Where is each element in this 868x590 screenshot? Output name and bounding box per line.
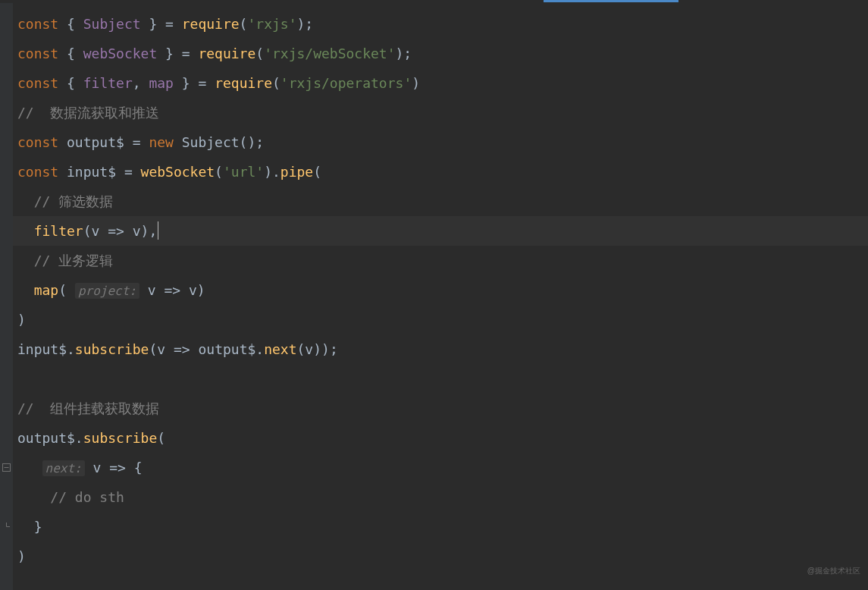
code-line[interactable]: output$.subscribe( bbox=[17, 423, 868, 453]
code-line[interactable]: map( project: v => v) bbox=[17, 275, 868, 305]
code-token-ident: v bbox=[139, 282, 156, 298]
code-token-ident: v bbox=[305, 341, 313, 357]
code-token-ident bbox=[85, 460, 93, 475]
code-token-punct: } = bbox=[141, 16, 182, 32]
code-token-punct: { bbox=[58, 16, 83, 32]
code-token-fn: filter bbox=[34, 223, 83, 239]
code-token-kw: new bbox=[149, 134, 174, 150]
code-line[interactable]: const input$ = webSocket('url').pipe( bbox=[17, 157, 868, 187]
code-token-punct: ) bbox=[197, 282, 205, 298]
code-token-punct: => bbox=[99, 223, 132, 239]
code-token-ident: Subject(); bbox=[174, 134, 264, 150]
code-token-kw: const bbox=[17, 164, 58, 180]
code-token-punct: => bbox=[165, 341, 198, 357]
code-token-str: 'rxjs/webSocket' bbox=[264, 46, 395, 61]
code-line[interactable]: const { filter, map } = require('rxjs/op… bbox=[17, 68, 868, 98]
code-area[interactable]: const { Subject } = require('rxjs');cons… bbox=[13, 3, 868, 590]
code-token-punct: ( bbox=[240, 16, 248, 32]
code-token-ident: output$. bbox=[17, 430, 83, 446]
code-token-punct: ( bbox=[83, 223, 92, 239]
code-token-ident: v bbox=[93, 460, 102, 475]
code-token-punct: } = bbox=[174, 75, 215, 91]
fold-collapse-icon[interactable] bbox=[2, 463, 11, 472]
code-token-fn: require bbox=[215, 75, 272, 91]
code-token-ident: input$ = bbox=[58, 164, 140, 180]
code-line[interactable]: ) bbox=[17, 305, 868, 334]
code-line[interactable]: next: v => { bbox=[17, 453, 868, 482]
code-line[interactable]: filter(v => v), bbox=[13, 216, 868, 246]
code-token-punct: ( bbox=[149, 341, 157, 357]
code-token-def: webSocket bbox=[83, 46, 158, 61]
code-token-ident bbox=[17, 282, 34, 298]
code-token-comment: // 数据流获取和推送 bbox=[17, 105, 159, 121]
code-token-punct: ( bbox=[313, 164, 321, 180]
code-token-fn: webSocket bbox=[141, 164, 215, 180]
gutter[interactable] bbox=[0, 3, 13, 590]
code-token-comment: // do sth bbox=[17, 489, 124, 505]
code-editor[interactable]: const { Subject } = require('rxjs');cons… bbox=[0, 3, 868, 590]
code-token-ident: output$ = bbox=[58, 134, 149, 150]
code-token-punct: { bbox=[58, 75, 83, 91]
code-token-fn: next bbox=[264, 341, 296, 357]
code-token-str: 'rxjs/operators' bbox=[280, 75, 412, 91]
code-token-punct: ). bbox=[264, 164, 280, 180]
code-token-def: Subject bbox=[83, 16, 141, 32]
code-token-kw: const bbox=[17, 75, 58, 91]
code-token-comment: // 组件挂载获取数据 bbox=[17, 400, 159, 416]
code-token-punct: ) bbox=[17, 312, 26, 328]
code-token-punct: => bbox=[156, 282, 189, 298]
code-token-fn: subscribe bbox=[75, 341, 149, 357]
code-token-ident: v bbox=[157, 341, 165, 357]
code-token-fn: require bbox=[182, 16, 240, 32]
code-token-punct: , bbox=[133, 75, 149, 91]
code-token-punct: ), bbox=[141, 223, 158, 239]
code-token-punct: ( bbox=[215, 164, 223, 180]
code-token-punct: ); bbox=[296, 16, 313, 32]
code-token-comment: // 业务逻辑 bbox=[17, 253, 113, 268]
code-token-punct: )); bbox=[313, 341, 338, 357]
code-token-kw: const bbox=[17, 16, 58, 32]
code-token-fn: pipe bbox=[280, 164, 313, 180]
code-line[interactable] bbox=[17, 364, 868, 394]
code-token-kw: const bbox=[17, 134, 58, 150]
code-token-ident: v bbox=[133, 223, 141, 239]
code-line[interactable]: input$.subscribe(v => output$.next(v)); bbox=[17, 334, 868, 364]
code-token-ident: v bbox=[189, 282, 197, 298]
code-token-hint: project: bbox=[75, 283, 139, 299]
code-line[interactable]: const output$ = new Subject(); bbox=[17, 127, 868, 157]
code-line[interactable]: // 数据流获取和推送 bbox=[17, 98, 868, 127]
code-token-punct: => { bbox=[101, 460, 142, 475]
code-token-punct: } bbox=[17, 519, 42, 535]
code-line[interactable]: ) bbox=[17, 541, 868, 571]
code-token-comment: // 筛选数据 bbox=[17, 193, 113, 209]
code-token-str: 'rxjs' bbox=[247, 16, 296, 32]
fold-end-icon[interactable] bbox=[2, 523, 11, 531]
code-line[interactable]: const { webSocket } = require('rxjs/webS… bbox=[17, 39, 868, 68]
code-token-kw: const bbox=[17, 46, 58, 61]
code-token-punct: ( bbox=[297, 341, 306, 357]
code-line[interactable]: const { Subject } = require('rxjs'); bbox=[17, 9, 868, 39]
code-token-fn: require bbox=[198, 46, 255, 61]
code-line[interactable]: // 筛选数据 bbox=[17, 187, 868, 216]
code-token-def: map bbox=[149, 75, 174, 91]
code-token-fn: subscribe bbox=[83, 430, 158, 446]
code-token-punct: ( bbox=[157, 430, 165, 446]
code-token-ident bbox=[17, 223, 34, 239]
text-cursor bbox=[158, 221, 158, 240]
code-token-ident bbox=[17, 460, 42, 475]
code-token-punct: { bbox=[58, 46, 83, 61]
code-token-punct: ); bbox=[396, 46, 412, 61]
code-token-ident: v bbox=[92, 223, 100, 239]
code-line[interactable]: // 组件挂载获取数据 bbox=[17, 394, 868, 423]
code-token-fn: map bbox=[34, 282, 59, 298]
tab-active-indicator bbox=[544, 0, 678, 2]
code-line[interactable]: // 业务逻辑 bbox=[17, 246, 868, 275]
code-line[interactable]: // do sth bbox=[17, 482, 868, 512]
code-line[interactable]: } bbox=[17, 512, 868, 541]
code-token-punct: ( bbox=[255, 46, 264, 61]
code-token-str: 'url' bbox=[223, 164, 264, 180]
code-token-def: filter bbox=[83, 75, 133, 91]
code-token-punct: ( bbox=[272, 75, 280, 91]
code-token-hint: next: bbox=[42, 460, 85, 476]
code-token-punct: ) bbox=[412, 75, 420, 91]
